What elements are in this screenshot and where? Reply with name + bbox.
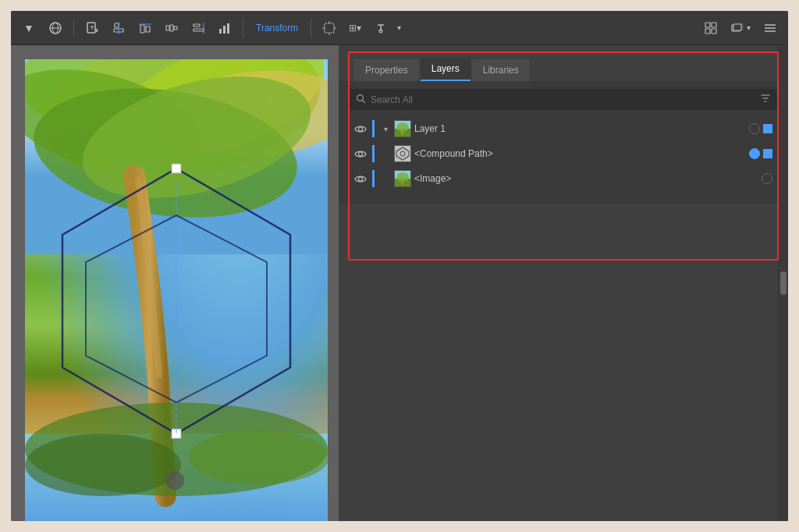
svg-rect-24: [712, 29, 716, 34]
globe-icon: [48, 21, 62, 35]
chart-icon: [218, 21, 232, 35]
globe-button[interactable]: [44, 18, 67, 38]
filter-icon[interactable]: [760, 93, 771, 106]
canvas-scene: [25, 59, 328, 521]
file-arrow-icon: [85, 21, 99, 35]
transform-dropdown-arrow[interactable]: ▾: [396, 23, 403, 32]
file-button[interactable]: [80, 18, 104, 38]
layers-list: ▾ Layer 1: [350, 112, 777, 196]
search-input[interactable]: [371, 94, 755, 105]
arrange-dropdown: ▾: [747, 23, 751, 32]
layer1-thumbnail: [394, 120, 411, 137]
canvas-svg: [25, 59, 328, 521]
align-h-button[interactable]: [107, 18, 130, 38]
svg-rect-14: [194, 29, 204, 31]
distribute-h-icon: [165, 21, 179, 35]
svg-point-55: [359, 152, 363, 156]
align-right-icon: [191, 21, 205, 35]
visibility-icon-compound[interactable]: [354, 147, 367, 160]
tab-properties[interactable]: Properties: [354, 59, 419, 81]
image-name: <Image>: [414, 173, 758, 184]
svg-rect-27: [733, 24, 741, 30]
svg-rect-56: [395, 146, 410, 161]
right-panel: Properties Layers Libraries: [339, 45, 788, 521]
svg-rect-45: [172, 164, 181, 173]
transform-icon-1[interactable]: [318, 18, 341, 38]
distribute-h-button[interactable]: [160, 18, 183, 38]
svg-rect-17: [223, 26, 225, 34]
panel-tabs: Properties Layers Libraries: [339, 45, 788, 81]
svg-rect-19: [325, 23, 334, 33]
svg-rect-7: [140, 25, 144, 33]
arrange-button[interactable]: ▾: [726, 18, 755, 38]
scrollbar-area[interactable]: [777, 45, 788, 521]
svg-point-48: [357, 94, 364, 101]
align-v-button[interactable]: [133, 18, 157, 38]
grid-icon: [704, 21, 718, 35]
transform-icon-2[interactable]: ⊞▾: [344, 20, 366, 37]
outer-frame: ▼: [0, 0, 799, 532]
svg-rect-23: [705, 29, 710, 34]
compound-name: <Compound Path>: [414, 148, 746, 159]
svg-point-50: [359, 127, 363, 131]
layer1-color-bar: [372, 120, 375, 137]
compound-circle[interactable]: [749, 148, 760, 159]
scrollbar-thumb[interactable]: [780, 271, 787, 295]
svg-rect-21: [705, 23, 710, 27]
grid-button[interactable]: [699, 18, 723, 38]
layer-row-compound[interactable]: <Compound Path>: [350, 141, 777, 166]
tab-libraries[interactable]: Libraries: [472, 59, 530, 81]
compound-square: [763, 149, 772, 158]
tab-layers[interactable]: Layers: [421, 58, 471, 81]
svg-rect-13: [194, 24, 200, 27]
svg-rect-10: [166, 26, 169, 30]
canvas-image[interactable]: [25, 59, 328, 521]
layer-row-image[interactable]: <Image>: [350, 166, 777, 191]
toolbar: ▼: [11, 11, 788, 45]
svg-line-49: [363, 100, 366, 103]
layer1-name: Layer 1: [414, 123, 746, 134]
mode-chevron[interactable]: ▼: [17, 18, 41, 38]
compound-thumbnail: [394, 145, 411, 162]
svg-rect-4: [115, 23, 119, 27]
layer-row-layer1[interactable]: ▾ Layer 1: [350, 116, 777, 141]
transform-icon-3[interactable]: [369, 18, 392, 38]
svg-rect-12: [174, 27, 177, 30]
search-bar[interactable]: [350, 89, 777, 110]
main-content: Properties Layers Libraries: [11, 45, 788, 521]
image-thumbnail: [394, 170, 411, 187]
svg-rect-63: [401, 179, 403, 185]
layer1-circle[interactable]: [749, 123, 760, 134]
transform3-icon: [374, 21, 388, 35]
arrange-icon: [730, 21, 744, 35]
transform-button[interactable]: Transform: [250, 23, 304, 34]
visibility-icon-layer1[interactable]: [354, 122, 367, 135]
svg-rect-22: [712, 23, 716, 27]
hamburger-icon: [763, 21, 777, 35]
sep3: [311, 19, 311, 37]
transform2-icon: ⊞▾: [349, 23, 361, 34]
toolbar-right: ▾: [699, 18, 782, 38]
transform1-icon: [322, 21, 336, 35]
align-h-icon: [112, 21, 126, 35]
svg-rect-11: [170, 25, 173, 31]
layer1-square: [763, 124, 772, 133]
svg-rect-18: [227, 23, 229, 34]
search-icon: [356, 94, 366, 106]
app-container: ▼: [11, 11, 788, 521]
svg-rect-3: [87, 23, 95, 33]
image-circle[interactable]: [762, 173, 772, 184]
menu-button[interactable]: [758, 18, 782, 38]
svg-rect-54: [401, 129, 403, 135]
chevron-down-icon: ▼: [22, 21, 36, 35]
align-v-icon: [138, 21, 152, 35]
align-right-button[interactable]: [186, 18, 210, 38]
layer1-expand[interactable]: ▾: [380, 123, 391, 134]
chart-button[interactable]: [213, 18, 236, 38]
svg-rect-16: [219, 29, 222, 34]
svg-rect-8: [146, 27, 150, 32]
visibility-icon-image[interactable]: [354, 172, 367, 185]
sep1: [73, 19, 74, 37]
svg-point-59: [359, 177, 363, 181]
canvas-scroll[interactable]: [165, 471, 184, 490]
